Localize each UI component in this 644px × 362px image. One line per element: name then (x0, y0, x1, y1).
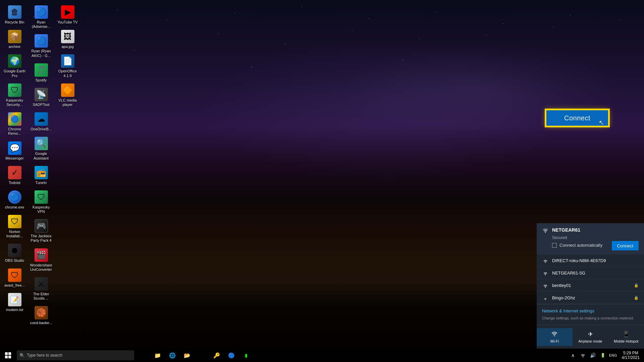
file-manager-button[interactable]: 📂 (180, 349, 195, 362)
chrome-exe-label: chrome.exe (5, 205, 24, 209)
wifi-label: Wi-Fi (550, 339, 559, 343)
desktop-icon-elderscrolls[interactable]: ⚔ The Elder Scrolls ... (29, 275, 54, 303)
wifi-bingo-lock-icon: 🔒 (634, 296, 639, 300)
wifi-auto-connect-label: Connect automatically (559, 243, 602, 248)
tray-chevron[interactable]: ∧ (568, 349, 578, 362)
desktop-icon-wondershare[interactable]: 🎬 Wondershare UniConverter (29, 246, 54, 274)
openoffice-icon: 📄 (61, 54, 74, 68)
wifi-expanded-network: NETGEAR61 Secured Connect automatically … (537, 223, 644, 254)
chrome-tb-icon: 🔵 (228, 352, 235, 359)
taskbar-clock[interactable]: 5:29 PM 4/17/2021 (619, 349, 642, 362)
sadp-icon: 📡 (35, 88, 48, 101)
tray-language-icon[interactable]: ENG (608, 349, 618, 362)
modem-txt-icon: 📝 (8, 293, 21, 306)
desktop-icon-kaspersky[interactable]: 🛡 Kaspersky Security... (2, 81, 27, 109)
desktop-icon-chrome-exe[interactable]: 🔵 chrome.exe (2, 188, 27, 212)
show-desktop-button[interactable] (642, 349, 644, 362)
wifi-toggle-btn[interactable]: Wi-Fi (537, 328, 573, 346)
chrome-tb-button[interactable]: 🔵 (224, 349, 239, 362)
taskbar-center-icons: ⊞ 📁 🌐 📂 🛍 🔑 🔵 ▮ (136, 349, 254, 362)
desktop-icon-recycle-bin[interactable]: 🗑 Recycle Bin (2, 3, 27, 26)
desktop-icon-spotify[interactable]: 🎵 Spotify (29, 61, 54, 84)
desktop-icon-archive[interactable]: 📦 archive (2, 28, 27, 51)
win-logo-tr (8, 352, 11, 355)
network-settings-description: Change settings, such as making a connec… (542, 316, 634, 320)
desktop-icon-youtube[interactable]: ▶ YouTube TV (55, 3, 80, 26)
desktop-icon-kaspersky-vpn[interactable]: 🛡 Kaspersky VPN (29, 188, 54, 216)
desktop-icon-tunein[interactable]: 📻 TuneIn (29, 164, 54, 187)
obs-label: OBS Studio (5, 258, 24, 263)
network-settings-link[interactable]: Network & Internet settings (542, 308, 639, 313)
taskbar-search-bar[interactable]: 🔍 Type here to search (17, 350, 134, 360)
desktop-icon-google-earth[interactable]: 🌍 Google Earth Pro (2, 52, 27, 80)
start-button[interactable] (0, 349, 16, 362)
wifi-network-item-bingo[interactable]: Bingo-2Ghz 🔒 (537, 292, 644, 304)
airplane-mode-btn[interactable]: ✈ Airplane mode (573, 328, 608, 346)
win-logo-tl (5, 352, 8, 355)
desktop-icon-modem[interactable]: 📝 modem.txt (2, 291, 27, 314)
terminal-button[interactable]: ▮ (239, 349, 254, 362)
desktop-icon-todoist[interactable]: ✓ Todoist (2, 164, 27, 187)
modem-txt-label: modem.txt (6, 308, 23, 312)
desktop-icon-vlc[interactable]: 🔶 VLC media player (55, 81, 80, 109)
wifi-connect-button-expanded[interactable]: Connect (612, 241, 639, 250)
file-explorer-button[interactable]: 📁 (150, 349, 165, 362)
task-view-button[interactable]: ⊞ (136, 349, 150, 362)
desktop-icon-ryan-adsense[interactable]: 🔵 Ryan (Adsense... (29, 3, 54, 31)
desktop-icon-chrome[interactable]: 🔵 Chrome Remo... (2, 110, 27, 138)
coed-label: coed-baske... (30, 321, 52, 325)
wifi-network-item-roku[interactable]: DIRECT-roku-N8M-4E67D9 (537, 254, 644, 267)
kaspersky-vpn-icon: 🛡 (35, 190, 48, 204)
youtube-icon: ▶ (61, 5, 74, 19)
tray-wifi-icon[interactable] (578, 349, 588, 362)
tunein-icon: 📻 (35, 166, 48, 179)
edge-button[interactable]: 🌐 (165, 349, 180, 362)
messenger-label: Messenger (5, 156, 23, 161)
desktop-icon-google-assistant[interactable]: 🔍 Google Assistant (29, 135, 54, 162)
task-view-icon: ⊞ (141, 352, 145, 359)
edge-icon: 🌐 (169, 352, 176, 359)
wifi-auto-connect-checkbox[interactable] (552, 243, 557, 248)
desktop-icon-sadp[interactable]: 📡 SADPTool (29, 86, 54, 109)
jackbox-icon: 🎮 (35, 219, 48, 233)
wifi-network-item-bentley[interactable]: bentley01 🔒 (537, 279, 644, 292)
desktop-icon-onedrive[interactable]: ☁ OneDriveB... (29, 110, 54, 133)
desktop-icon-obs[interactable]: ⏺ OBS Studio (2, 242, 27, 265)
desktop-icons-area: 🗑 Recycle Bin 📦 archive 🌍 Google Earth P… (0, 0, 77, 332)
google-earth-icon: 🌍 (8, 54, 21, 68)
desktop-icon-coed[interactable]: 🏀 coed-baske... (29, 304, 54, 327)
wifi-roku-icon (542, 258, 549, 263)
kaspersky-icon: 🛡 (8, 83, 21, 97)
mobile-hotspot-btn[interactable]: 📱 Mobile Hotspot (608, 328, 644, 346)
tray-volume-icon[interactable]: 🔊 (588, 349, 598, 362)
desktop-icon-openoffice[interactable]: 📄 OpenOffice 4.1.9 (55, 52, 80, 80)
taskbar-right-area: ∧ 🔊 🔋 ENG 5:29 PM 4/1 (567, 349, 644, 362)
file-manager-icon: 📂 (184, 352, 191, 359)
keepass-button[interactable]: 🔑 (209, 349, 224, 362)
kaspersky-vpn-label: Kaspersky VPN (30, 205, 52, 214)
spotify-icon: 🎵 (35, 63, 48, 77)
desktop-icon-avast[interactable]: 🛡 avast_free... (2, 266, 27, 290)
desktop-icon-ryan2[interactable]: 🔵 Ryan (Ryan AKIC) - G... (29, 32, 54, 60)
language-icon: ENG (609, 353, 617, 357)
taskbar-search-icon: 🔍 (19, 353, 25, 358)
desktop-icon-apa[interactable]: 🖼 apa.jpg (55, 28, 80, 51)
desktop-icon-jackbox[interactable]: 🎮 The Jackbox Party Pack 4 (29, 217, 54, 245)
chrome-remote-label: Chrome Remo... (3, 127, 26, 136)
desktop-icon-messenger[interactable]: 💬 Messenger (2, 139, 27, 163)
store-icon: 🛍 (199, 352, 205, 358)
tray-battery-icon[interactable]: 🔋 (598, 349, 608, 362)
wifi-bentley-lock-icon: 🔒 (634, 283, 639, 288)
clock-time: 5:29 PM (623, 351, 638, 355)
file-explorer-icon: 📁 (154, 352, 161, 359)
sadp-label: SADPTool (33, 103, 49, 107)
onedrive-label: OneDriveB... (31, 127, 52, 131)
win-logo-bl (5, 356, 8, 358)
connect-button-label: Connect (564, 114, 590, 122)
store-button[interactable]: 🛍 (195, 349, 209, 362)
wifi-secured-label: Secured (552, 235, 639, 240)
wifi-network-item-netgear5g[interactable]: NETGEAR61-5G (537, 267, 644, 279)
desktop-icon-norton[interactable]: 🛡 Norton Installati... (2, 213, 27, 240)
apa-jpg-icon: 🖼 (61, 30, 74, 43)
wifi-bottom-row: Wi-Fi ✈ Airplane mode 📱 Mobile Hotspot (537, 325, 644, 349)
